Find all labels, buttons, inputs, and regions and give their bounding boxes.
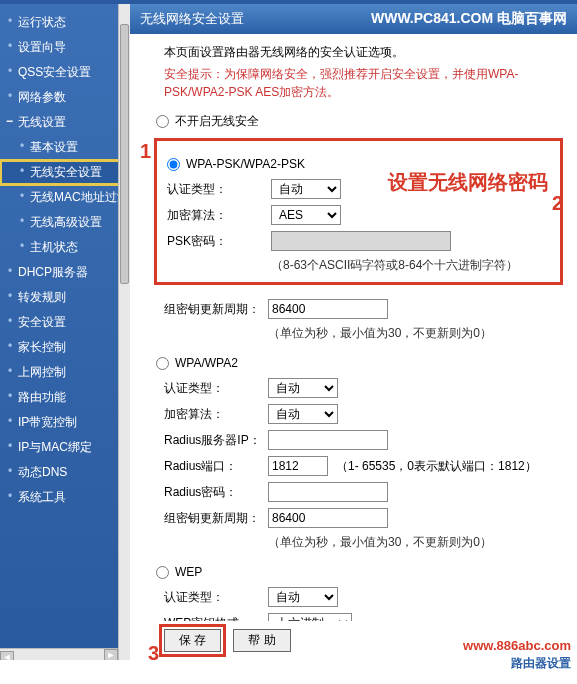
auth-type-select[interactable]: 自动	[271, 179, 341, 199]
radio-wpa[interactable]	[156, 357, 169, 370]
wep-fmt-label: WEP密钥格式：	[164, 615, 268, 622]
radius-port-input[interactable]	[268, 456, 328, 476]
wep-auth-label: 认证类型：	[164, 589, 268, 606]
sidebar-item-10[interactable]: DHCP服务器	[0, 260, 130, 285]
radius-ip-input[interactable]	[268, 430, 388, 450]
radius-pwd-label: Radius密码：	[164, 484, 268, 501]
radio-none-label: 不开启无线安全	[175, 113, 259, 130]
sidebar-item-4[interactable]: 无线设置	[0, 110, 130, 135]
sidebar: 运行状态设置向导QSS安全设置网络参数无线设置基本设置无线安全设置无线MAC地址…	[0, 4, 130, 660]
sidebar-item-0[interactable]: 运行状态	[0, 10, 130, 35]
sidebar-item-15[interactable]: 路由功能	[0, 385, 130, 410]
wpa-enc-select[interactable]: 自动	[268, 404, 338, 424]
sidebar-item-2[interactable]: QSS安全设置	[0, 60, 130, 85]
main-panel: 无线网络安全设置 WWW.PC841.COM 电脑百事网 本页面设置路由器无线网…	[130, 4, 577, 660]
radius-port-label: Radius端口：	[164, 458, 268, 475]
radius-pwd-input[interactable]	[268, 482, 388, 502]
sidebar-item-1[interactable]: 设置向导	[0, 35, 130, 60]
psk-label: PSK密码：	[167, 233, 271, 250]
psk-hint: （8-63个ASCII码字符或8-64个十六进制字符）	[271, 257, 550, 274]
enc-alg-label: 加密算法：	[167, 207, 271, 224]
sidebar-item-11[interactable]: 转发规则	[0, 285, 130, 310]
scroll-left-icon[interactable]: ◄	[0, 651, 14, 660]
watermark-text: 路由器设置	[511, 655, 571, 672]
watermark-url: www.886abc.com	[463, 638, 571, 653]
help-button[interactable]: 帮 助	[233, 629, 290, 652]
sidebar-item-13[interactable]: 家长控制	[0, 335, 130, 360]
sidebar-item-5[interactable]: 基本设置	[0, 135, 130, 160]
sidebar-item-18[interactable]: 动态DNS	[0, 460, 130, 485]
sidebar-item-17[interactable]: IP与MAC绑定	[0, 435, 130, 460]
sidebar-item-8[interactable]: 无线高级设置	[0, 210, 130, 235]
scroll-right-icon[interactable]: ►	[104, 649, 118, 660]
sidebar-item-6[interactable]: 无线安全设置	[0, 160, 130, 185]
content-area: 本页面设置路由器无线网络的安全认证选项。 安全提示：为保障网络安全，强烈推荐开启…	[130, 34, 577, 621]
radius-port-hint: （1- 65535，0表示默认端口：1812）	[336, 458, 537, 475]
wpa-auth-label: 认证类型：	[164, 380, 268, 397]
page-title: 无线网络安全设置	[140, 10, 244, 28]
radio-wep-label: WEP	[175, 565, 202, 579]
scroll-thumb[interactable]	[120, 24, 129, 284]
group-key-input[interactable]	[268, 299, 388, 319]
save-button[interactable]: 保 存	[164, 629, 221, 652]
wep-fmt-select[interactable]: 十六进制	[268, 613, 352, 621]
sidebar-item-12[interactable]: 安全设置	[0, 310, 130, 335]
enc-alg-select[interactable]: AES	[271, 205, 341, 225]
wpa-auth-select[interactable]: 自动	[268, 378, 338, 398]
sidebar-item-7[interactable]: 无线MAC地址过滤	[0, 185, 130, 210]
sidebar-scroll-horizontal[interactable]: ◄ ►	[0, 648, 118, 660]
wpa-enc-label: 加密算法：	[164, 406, 268, 423]
titlebar: 无线网络安全设置 WWW.PC841.COM 电脑百事网	[130, 4, 577, 34]
sidebar-scroll-vertical[interactable]	[118, 4, 130, 660]
radio-wpa-label: WPA/WPA2	[175, 356, 238, 370]
sidebar-item-19[interactable]: 系统工具	[0, 485, 130, 510]
radio-none[interactable]	[156, 115, 169, 128]
wpapsk-section-highlight: WPA-PSK/WPA2-PSK 认证类型： 自动 加密算法： AES PSK密…	[154, 138, 563, 285]
radius-ip-label: Radius服务器IP：	[164, 432, 268, 449]
sidebar-item-9[interactable]: 主机状态	[0, 235, 130, 260]
wpa-group-hint: （单位为秒，最小值为30，不更新则为0）	[268, 534, 563, 551]
radio-wpapsk-label: WPA-PSK/WPA2-PSK	[186, 157, 305, 171]
sidebar-item-3[interactable]: 网络参数	[0, 85, 130, 110]
wpa-group-input[interactable]	[268, 508, 388, 528]
wpa-group-label: 组密钥更新周期：	[164, 510, 268, 527]
radio-wpapsk[interactable]	[167, 158, 180, 171]
wep-auth-select[interactable]: 自动	[268, 587, 338, 607]
brand-watermark: WWW.PC841.COM 电脑百事网	[371, 10, 567, 28]
intro-text: 本页面设置路由器无线网络的安全认证选项。	[164, 44, 563, 61]
group-key-hint: （单位为秒，最小值为30，不更新则为0）	[268, 325, 563, 342]
security-tip: 安全提示：为保障网络安全，强烈推荐开启安全设置，并使用WPA-PSK/WPA2-…	[164, 65, 563, 101]
group-key-label: 组密钥更新周期：	[164, 301, 268, 318]
psk-input[interactable]	[271, 231, 451, 251]
auth-type-label: 认证类型：	[167, 181, 271, 198]
sidebar-item-16[interactable]: IP带宽控制	[0, 410, 130, 435]
sidebar-item-14[interactable]: 上网控制	[0, 360, 130, 385]
radio-wep[interactable]	[156, 566, 169, 579]
